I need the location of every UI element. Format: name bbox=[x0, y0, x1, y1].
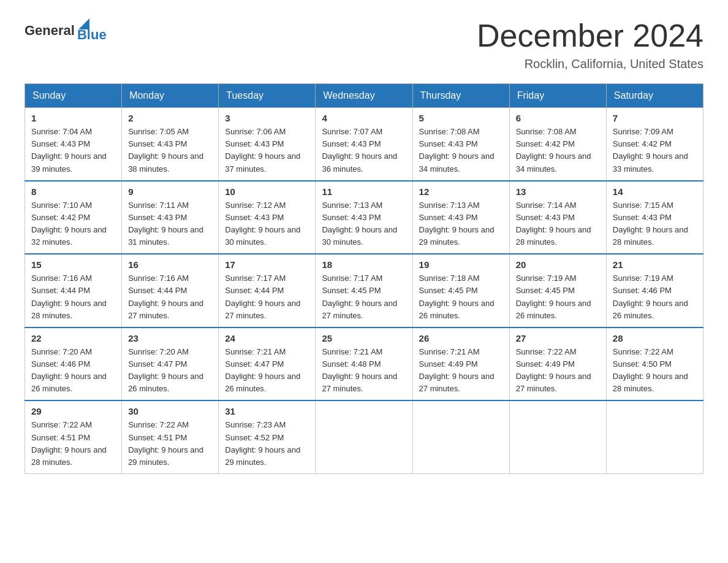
day-number: 27 bbox=[516, 333, 600, 343]
day-number: 8 bbox=[31, 186, 115, 197]
day-number: 2 bbox=[128, 113, 212, 123]
day-info: Sunrise: 7:19 AMSunset: 4:45 PMDaylight:… bbox=[516, 272, 600, 322]
calendar-day-cell: 2Sunrise: 7:05 AMSunset: 4:43 PMDaylight… bbox=[122, 108, 219, 181]
day-number: 17 bbox=[225, 259, 309, 270]
day-info: Sunrise: 7:04 AMSunset: 4:43 PMDaylight:… bbox=[31, 126, 115, 175]
calendar-day-cell: 8Sunrise: 7:10 AMSunset: 4:42 PMDaylight… bbox=[25, 181, 122, 255]
calendar-week-row: 1Sunrise: 7:04 AMSunset: 4:43 PMDaylight… bbox=[25, 108, 703, 181]
calendar-day-cell: 7Sunrise: 7:09 AMSunset: 4:42 PMDaylight… bbox=[606, 108, 703, 181]
weekday-header-sunday: Sunday bbox=[25, 84, 122, 108]
page-header: General Blue December 2024 Rocklin, Cali… bbox=[25, 18, 703, 71]
location-subtitle: Rocklin, California, United States bbox=[477, 57, 703, 71]
logo: General Blue bbox=[25, 18, 107, 43]
day-info: Sunrise: 7:10 AMSunset: 4:42 PMDaylight:… bbox=[31, 199, 115, 249]
day-number: 28 bbox=[613, 333, 697, 343]
calendar-week-row: 8Sunrise: 7:10 AMSunset: 4:42 PMDaylight… bbox=[25, 181, 703, 255]
day-info: Sunrise: 7:17 AMSunset: 4:45 PMDaylight:… bbox=[322, 272, 406, 322]
day-info: Sunrise: 7:21 AMSunset: 4:48 PMDaylight:… bbox=[322, 346, 406, 396]
day-number: 11 bbox=[322, 186, 406, 197]
day-info: Sunrise: 7:18 AMSunset: 4:45 PMDaylight:… bbox=[419, 272, 503, 322]
day-number: 7 bbox=[613, 113, 697, 123]
calendar-day-cell bbox=[412, 400, 509, 473]
day-number: 1 bbox=[31, 113, 115, 123]
day-number: 16 bbox=[128, 259, 212, 270]
day-info: Sunrise: 7:21 AMSunset: 4:49 PMDaylight:… bbox=[419, 346, 503, 396]
logo-text-blue: Blue bbox=[77, 27, 107, 43]
day-number: 18 bbox=[322, 259, 406, 270]
calendar-day-cell: 17Sunrise: 7:17 AMSunset: 4:44 PMDayligh… bbox=[219, 254, 316, 327]
day-info: Sunrise: 7:13 AMSunset: 4:43 PMDaylight:… bbox=[419, 199, 503, 249]
calendar-day-cell: 3Sunrise: 7:06 AMSunset: 4:43 PMDaylight… bbox=[219, 108, 316, 181]
calendar-day-cell bbox=[606, 400, 703, 473]
day-info: Sunrise: 7:09 AMSunset: 4:42 PMDaylight:… bbox=[613, 126, 697, 175]
day-info: Sunrise: 7:16 AMSunset: 4:44 PMDaylight:… bbox=[31, 272, 115, 322]
day-number: 6 bbox=[516, 113, 600, 123]
day-info: Sunrise: 7:22 AMSunset: 4:51 PMDaylight:… bbox=[31, 419, 115, 469]
calendar-day-cell bbox=[509, 400, 606, 473]
weekday-header-wednesday: Wednesday bbox=[316, 84, 412, 108]
weekday-header-thursday: Thursday bbox=[412, 84, 509, 108]
calendar-header-row: SundayMondayTuesdayWednesdayThursdayFrid… bbox=[25, 84, 703, 108]
weekday-header-friday: Friday bbox=[509, 84, 606, 108]
day-info: Sunrise: 7:16 AMSunset: 4:44 PMDaylight:… bbox=[128, 272, 212, 322]
calendar-day-cell: 11Sunrise: 7:13 AMSunset: 4:43 PMDayligh… bbox=[316, 181, 412, 255]
calendar-day-cell: 29Sunrise: 7:22 AMSunset: 4:51 PMDayligh… bbox=[25, 400, 122, 473]
calendar-day-cell: 10Sunrise: 7:12 AMSunset: 4:43 PMDayligh… bbox=[219, 181, 316, 255]
day-number: 12 bbox=[419, 186, 503, 197]
calendar-day-cell: 31Sunrise: 7:23 AMSunset: 4:52 PMDayligh… bbox=[219, 400, 316, 473]
day-number: 23 bbox=[128, 333, 212, 343]
calendar-day-cell: 18Sunrise: 7:17 AMSunset: 4:45 PMDayligh… bbox=[316, 254, 412, 327]
calendar-day-cell: 9Sunrise: 7:11 AMSunset: 4:43 PMDaylight… bbox=[122, 181, 219, 255]
day-number: 10 bbox=[225, 186, 309, 197]
calendar-day-cell: 26Sunrise: 7:21 AMSunset: 4:49 PMDayligh… bbox=[412, 327, 509, 401]
day-number: 20 bbox=[516, 259, 600, 270]
day-info: Sunrise: 7:13 AMSunset: 4:43 PMDaylight:… bbox=[322, 199, 406, 249]
day-info: Sunrise: 7:20 AMSunset: 4:47 PMDaylight:… bbox=[128, 346, 212, 396]
day-info: Sunrise: 7:12 AMSunset: 4:43 PMDaylight:… bbox=[225, 199, 309, 249]
calendar-day-cell: 6Sunrise: 7:08 AMSunset: 4:42 PMDaylight… bbox=[509, 108, 606, 181]
day-number: 19 bbox=[419, 259, 503, 270]
weekday-header-tuesday: Tuesday bbox=[219, 84, 316, 108]
day-info: Sunrise: 7:19 AMSunset: 4:46 PMDaylight:… bbox=[613, 272, 697, 322]
day-number: 31 bbox=[225, 406, 309, 416]
calendar-day-cell: 25Sunrise: 7:21 AMSunset: 4:48 PMDayligh… bbox=[316, 327, 412, 401]
day-info: Sunrise: 7:23 AMSunset: 4:52 PMDaylight:… bbox=[225, 419, 309, 469]
day-number: 29 bbox=[31, 406, 115, 416]
calendar-day-cell: 15Sunrise: 7:16 AMSunset: 4:44 PMDayligh… bbox=[25, 254, 122, 327]
day-number: 30 bbox=[128, 406, 212, 416]
weekday-header-monday: Monday bbox=[122, 84, 219, 108]
day-number: 22 bbox=[31, 333, 115, 343]
logo-text-general: General bbox=[25, 23, 75, 39]
calendar-day-cell: 21Sunrise: 7:19 AMSunset: 4:46 PMDayligh… bbox=[606, 254, 703, 327]
calendar-day-cell: 30Sunrise: 7:22 AMSunset: 4:51 PMDayligh… bbox=[122, 400, 219, 473]
calendar-table: SundayMondayTuesdayWednesdayThursdayFrid… bbox=[25, 83, 703, 474]
calendar-day-cell: 28Sunrise: 7:22 AMSunset: 4:50 PMDayligh… bbox=[606, 327, 703, 401]
calendar-week-row: 15Sunrise: 7:16 AMSunset: 4:44 PMDayligh… bbox=[25, 254, 703, 327]
day-number: 15 bbox=[31, 259, 115, 270]
day-info: Sunrise: 7:22 AMSunset: 4:51 PMDaylight:… bbox=[128, 419, 212, 469]
day-number: 4 bbox=[322, 113, 406, 123]
day-info: Sunrise: 7:07 AMSunset: 4:43 PMDaylight:… bbox=[322, 126, 406, 175]
day-number: 3 bbox=[225, 113, 309, 123]
calendar-day-cell: 12Sunrise: 7:13 AMSunset: 4:43 PMDayligh… bbox=[412, 181, 509, 255]
day-info: Sunrise: 7:11 AMSunset: 4:43 PMDaylight:… bbox=[128, 199, 212, 249]
day-info: Sunrise: 7:06 AMSunset: 4:43 PMDaylight:… bbox=[225, 126, 309, 175]
calendar-week-row: 29Sunrise: 7:22 AMSunset: 4:51 PMDayligh… bbox=[25, 400, 703, 473]
calendar-week-row: 22Sunrise: 7:20 AMSunset: 4:46 PMDayligh… bbox=[25, 327, 703, 401]
day-info: Sunrise: 7:08 AMSunset: 4:42 PMDaylight:… bbox=[516, 126, 600, 175]
calendar-day-cell: 4Sunrise: 7:07 AMSunset: 4:43 PMDaylight… bbox=[316, 108, 412, 181]
day-number: 5 bbox=[419, 113, 503, 123]
calendar-day-cell: 20Sunrise: 7:19 AMSunset: 4:45 PMDayligh… bbox=[509, 254, 606, 327]
calendar-day-cell: 16Sunrise: 7:16 AMSunset: 4:44 PMDayligh… bbox=[122, 254, 219, 327]
day-info: Sunrise: 7:14 AMSunset: 4:43 PMDaylight:… bbox=[516, 199, 600, 249]
calendar-day-cell: 24Sunrise: 7:21 AMSunset: 4:47 PMDayligh… bbox=[219, 327, 316, 401]
day-info: Sunrise: 7:08 AMSunset: 4:43 PMDaylight:… bbox=[419, 126, 503, 175]
day-number: 14 bbox=[613, 186, 697, 197]
day-number: 26 bbox=[419, 333, 503, 343]
day-number: 21 bbox=[613, 259, 697, 270]
calendar-day-cell: 1Sunrise: 7:04 AMSunset: 4:43 PMDaylight… bbox=[25, 108, 122, 181]
day-info: Sunrise: 7:22 AMSunset: 4:49 PMDaylight:… bbox=[516, 346, 600, 396]
title-area: December 2024 Rocklin, California, Unite… bbox=[477, 18, 703, 71]
day-info: Sunrise: 7:21 AMSunset: 4:47 PMDaylight:… bbox=[225, 346, 309, 396]
day-number: 24 bbox=[225, 333, 309, 343]
